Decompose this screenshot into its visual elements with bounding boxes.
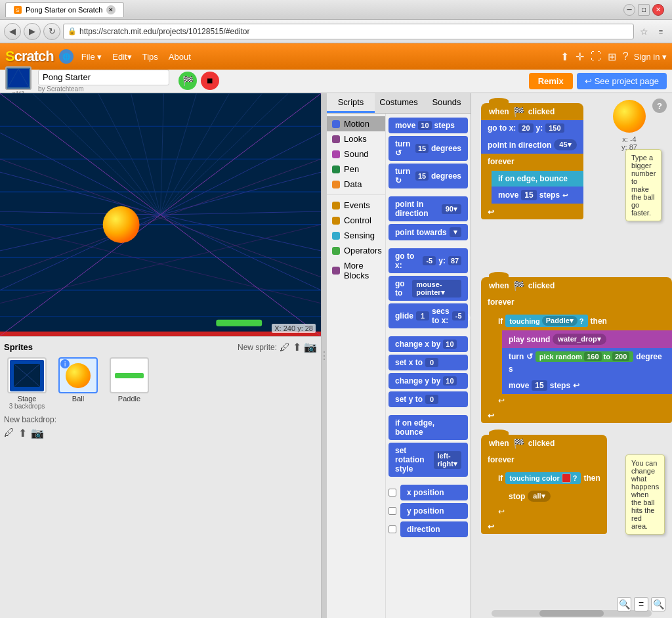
close-window-btn[interactable]: ✕: [652, 4, 664, 16]
block-goto-x[interactable]: -5: [423, 256, 436, 265]
block-direction[interactable]: direction: [400, 521, 468, 537]
block-edge-bounce[interactable]: if on edge, bounce: [492, 171, 583, 187]
block-set-y[interactable]: set y to 0: [388, 391, 468, 407]
block-y-position[interactable]: y position: [400, 503, 468, 519]
block-point-towards-dropdown[interactable]: ▾: [450, 227, 461, 237]
block-rotation-dropdown[interactable]: left-right▾: [434, 451, 461, 469]
random-max[interactable]: 200: [612, 352, 629, 361]
remix-button[interactable]: Remix: [529, 73, 573, 89]
stop-all-dropdown[interactable]: all▾: [528, 491, 550, 502]
maximize-btn[interactable]: □: [638, 4, 650, 16]
zoom-reset-button[interactable]: =: [634, 597, 648, 611]
sprite-item-paddle[interactable]: Paddle: [106, 357, 152, 410]
help-icon[interactable]: ?: [623, 51, 629, 62]
category-data[interactable]: Data: [327, 177, 385, 192]
backdrop-paint-btn[interactable]: 🖊: [4, 427, 14, 439]
block-move-input[interactable]: 10: [418, 121, 431, 130]
category-events[interactable]: Events: [327, 198, 385, 213]
hat-block-2[interactable]: when 🏁 clicked: [481, 277, 672, 294]
touching-target-dropdown[interactable]: Paddle▾: [542, 316, 578, 326]
block-glide-secs[interactable]: 1: [416, 311, 429, 320]
edit-menu[interactable]: Edit▾: [110, 51, 134, 63]
point-dir-dropdown[interactable]: 45▾: [554, 139, 576, 150]
see-project-button[interactable]: ↩ See project page: [577, 73, 667, 89]
sprite-item-stage[interactable]: Stage 3 backdrops: [4, 357, 50, 410]
block-turn-right[interactable]: turn ↻ 15 degrees: [388, 164, 468, 188]
refresh-button[interactable]: ↻: [43, 23, 60, 40]
forward-button[interactable]: ▶: [24, 23, 41, 40]
random-min[interactable]: 160: [584, 352, 601, 361]
block-forever-3[interactable]: forever: [481, 452, 607, 468]
block-point-dir-dropdown[interactable]: 90▾: [442, 204, 461, 214]
panel-divider[interactable]: ⋮: [322, 93, 327, 618]
sound-dropdown[interactable]: water_drop▾: [553, 334, 606, 345]
zoom-out-button[interactable]: 🔍: [617, 597, 631, 611]
green-flag-button[interactable]: 🏁: [178, 72, 197, 90]
block-change-x[interactable]: change x by 10: [388, 336, 468, 352]
category-pen[interactable]: Pen: [327, 162, 385, 177]
block-y-pos-checkbox[interactable]: [388, 507, 396, 515]
block-change-y-input[interactable]: 10: [443, 376, 456, 386]
bookmark-button[interactable]: ☆: [637, 24, 651, 39]
block-goto-xy[interactable]: go to x: -5 y: 87: [388, 248, 468, 273]
move-15-val-2[interactable]: 15: [532, 380, 547, 391]
address-bar[interactable]: 🔒 https://scratch.mit.edu/projects/10128…: [63, 24, 634, 39]
block-move-15[interactable]: move 15 steps ↩: [492, 187, 583, 204]
browser-menu-button[interactable]: ≡: [654, 24, 668, 39]
block-forever-2[interactable]: forever: [481, 294, 672, 310]
language-button[interactable]: 🌐: [59, 49, 74, 64]
block-glide[interactable]: glide 1 secs to x: -5 y: 87: [388, 303, 468, 328]
block-goto-xy-1[interactable]: go to x: 20 y: 150: [481, 120, 583, 136]
help-button[interactable]: ?: [652, 99, 667, 113]
category-sensing[interactable]: Sensing: [327, 228, 385, 243]
block-set-x-input[interactable]: 0: [425, 358, 438, 367]
block-stop-all[interactable]: stop all▾: [502, 487, 607, 505]
category-sound[interactable]: Sound: [327, 146, 385, 162]
hat-block-3[interactable]: when 🏁 clicked: [481, 435, 607, 452]
backdrop-upload-btn[interactable]: ⬆: [18, 427, 27, 439]
zoom-in-button[interactable]: 🔍: [651, 597, 665, 611]
fullscreen-icon[interactable]: ⛶: [591, 51, 601, 62]
tips-menu[interactable]: Tips: [140, 51, 161, 63]
block-goto-y[interactable]: 87: [448, 256, 461, 265]
sprite-item-ball[interactable]: i Ball: [55, 357, 101, 410]
goto-x-val[interactable]: 20: [518, 123, 533, 133]
about-menu[interactable]: About: [166, 51, 194, 63]
block-direction-checkbox[interactable]: [388, 525, 396, 533]
block-x-position[interactable]: x position: [400, 485, 468, 500]
block-forever-1[interactable]: forever: [481, 154, 583, 169]
block-turn-random[interactable]: turn ↺ pick random 160 to 200 degrees: [502, 348, 672, 377]
block-if-on-edge[interactable]: if on edge, bounce: [388, 415, 468, 440]
category-looks[interactable]: Looks: [327, 131, 385, 146]
block-set-x[interactable]: set x to 0: [388, 355, 468, 370]
pointer-icon[interactable]: ✛: [576, 51, 584, 63]
block-if-touching[interactable]: if touching Paddle▾ ? then: [492, 311, 672, 330]
tab-sounds[interactable]: Sounds: [423, 93, 471, 113]
block-change-x-input[interactable]: 10: [443, 340, 456, 349]
block-turn-right-input[interactable]: 15: [415, 171, 429, 181]
block-glide-x[interactable]: -5: [452, 311, 465, 320]
new-sprite-camera-btn[interactable]: 📷: [304, 341, 317, 353]
move-15-val[interactable]: 15: [521, 190, 536, 200]
block-if-color[interactable]: if touching color ? then: [492, 469, 607, 487]
tab-scripts[interactable]: Scripts: [327, 93, 375, 113]
file-menu[interactable]: File ▾: [79, 51, 105, 63]
sprite-info-icon-ball[interactable]: i: [60, 359, 70, 368]
minimize-btn[interactable]: ─: [623, 4, 635, 16]
block-point-direction[interactable]: point in direction 90▾: [388, 196, 468, 221]
block-turn-left-input[interactable]: 15: [415, 144, 429, 153]
block-move-15-2[interactable]: move 15 steps ↩: [502, 377, 672, 394]
category-more-blocks[interactable]: More Blocks: [327, 258, 385, 283]
stop-button[interactable]: ⏹: [201, 72, 219, 90]
block-set-y-input[interactable]: 0: [425, 395, 438, 404]
block-goto-target[interactable]: go to mouse-pointer▾: [388, 276, 468, 301]
scrollbar-thumb[interactable]: [539, 610, 604, 617]
backdrop-camera-btn[interactable]: 📷: [31, 427, 44, 439]
block-set-rotation-style[interactable]: set rotation style left-right▾: [388, 443, 468, 477]
goto-y-val[interactable]: 150: [545, 123, 564, 133]
tab-costumes[interactable]: Costumes: [375, 93, 423, 113]
block-point-towards[interactable]: point towards ▾: [388, 224, 468, 240]
sign-in-button[interactable]: Sign in ▾: [634, 52, 667, 62]
block-turn-left[interactable]: turn ↺ 15 degrees: [388, 136, 468, 161]
new-sprite-paint-btn[interactable]: 🖊: [280, 342, 290, 353]
